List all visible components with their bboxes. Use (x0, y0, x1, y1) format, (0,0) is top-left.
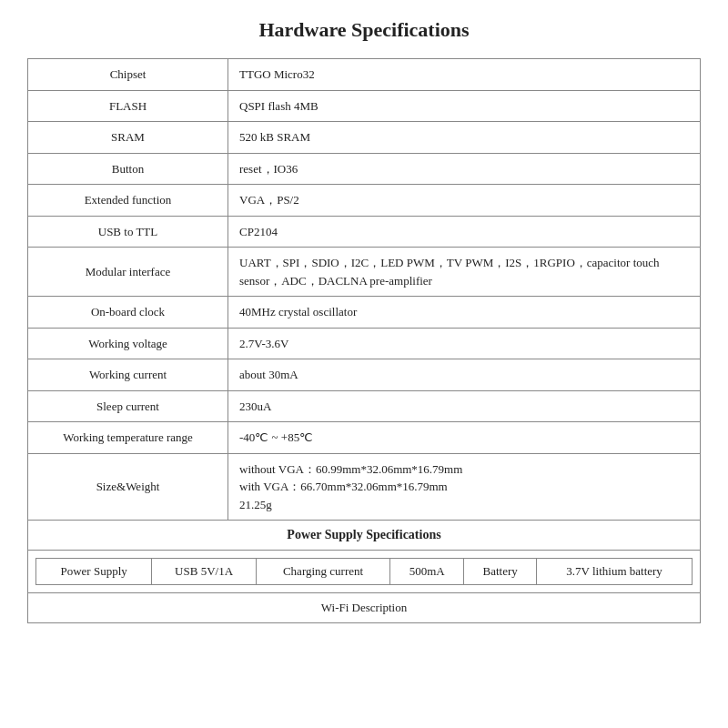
wifi-section: Wi-Fi Description (27, 593, 701, 623)
row-value: 2.7V-3.6V (228, 328, 701, 359)
row-value: TTGO Micro32 (228, 59, 701, 91)
spec-table: Chipset TTGO Micro32 FLASH QSPI flash 4M… (27, 58, 701, 521)
row-value: UART，SPI，SDIO，I2C，LED PWM，TV PWM，I2S，1RG… (228, 248, 701, 297)
row-label: On-board clock (28, 297, 228, 329)
row-label: FLASH (28, 90, 228, 122)
power-cell-label: Charging current (256, 559, 389, 585)
power-cell-value: USB 5V/1A (152, 559, 257, 585)
row-value: 40MHz crystal oscillator (228, 297, 701, 329)
table-row: Chipset TTGO Micro32 (28, 59, 701, 91)
power-cell-value: 3.7V lithium battery (537, 559, 693, 585)
table-row: Modular interface UART，SPI，SDIO，I2C，LED … (28, 248, 701, 297)
table-row: SRAM 520 kB SRAM (28, 122, 701, 154)
table-row-size-weight: Size&Weight without VGA：60.99mm*32.06mm*… (28, 453, 701, 521)
table-row: Button reset，IO36 (28, 153, 701, 185)
row-value: reset，IO36 (228, 153, 701, 185)
table-row: On-board clock 40MHz crystal oscillator (28, 297, 701, 329)
row-label: Button (28, 153, 228, 185)
table-row: Working voltage 2.7V-3.6V (28, 328, 701, 359)
row-value: -40℃ ~ +85℃ (228, 422, 701, 454)
table-row: Extended function VGA，PS/2 (28, 185, 701, 217)
power-inner-table: Power SupplyUSB 5V/1ACharging current500… (35, 558, 693, 585)
table-row: Sleep current 230uA (28, 390, 701, 422)
table-row: Working temperature range -40℃ ~ +85℃ (28, 422, 701, 454)
row-label: Working current (28, 359, 228, 391)
row-label: SRAM (28, 122, 228, 154)
row-value: CP2104 (228, 216, 701, 248)
row-label: Extended function (28, 185, 228, 217)
row-label: Modular interface (28, 248, 228, 297)
row-label: USB to TTL (28, 216, 228, 248)
row-value: 230uA (228, 390, 701, 422)
row-value: 520 kB SRAM (228, 122, 701, 154)
table-row: USB to TTL CP2104 (28, 216, 701, 248)
row-label: Working voltage (28, 328, 228, 359)
row-value: about 30mA (228, 359, 701, 391)
power-section-header: Power Supply Specifications (27, 521, 701, 551)
row-label: Chipset (28, 59, 228, 91)
row-value: QSPI flash 4MB (228, 90, 701, 122)
power-cell-label: Battery (464, 559, 537, 585)
power-cell-label: Power Supply (36, 559, 152, 585)
table-row: Working current about 30mA (28, 359, 701, 391)
page-title: Hardware Specifications (27, 18, 701, 42)
size-weight-label: Size&Weight (28, 453, 228, 521)
power-supply-row: Power SupplyUSB 5V/1ACharging current500… (27, 551, 701, 593)
table-row: FLASH QSPI flash 4MB (28, 90, 701, 122)
row-value: VGA，PS/2 (228, 185, 701, 217)
power-cell-value: 500mA (390, 559, 464, 585)
row-label: Sleep current (28, 390, 228, 422)
size-weight-value: without VGA：60.99mm*32.06mm*16.79mm with… (228, 453, 701, 521)
row-label: Working temperature range (28, 422, 228, 454)
